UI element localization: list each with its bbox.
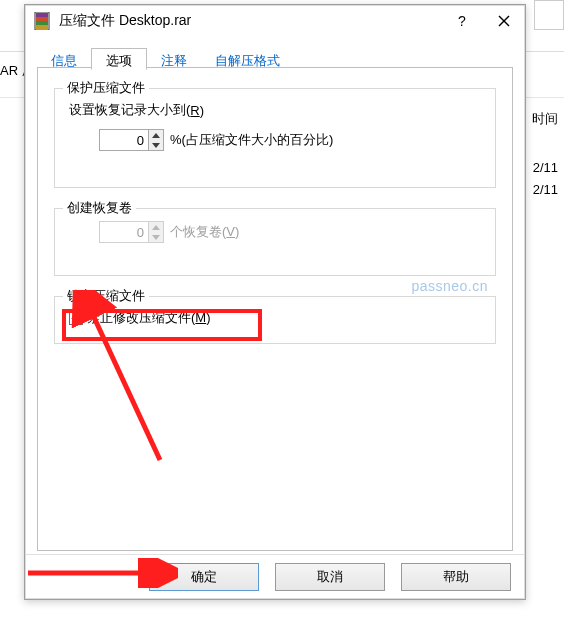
group-lock-legend: 锁定压缩文件 (63, 287, 149, 305)
volumes-unit-prefix: 个恢复卷( (170, 224, 226, 239)
dialog-title: 压缩文件 Desktop.rar (59, 12, 441, 30)
lock-label-prefix: 禁止修改压缩文件( (87, 310, 195, 325)
svg-rect-0 (36, 13, 48, 17)
recovery-size-input[interactable] (100, 130, 148, 150)
tab-options[interactable]: 选项 (91, 48, 147, 70)
bg-date-2: 2/11 (533, 182, 558, 197)
help-button-footer[interactable]: 帮助 (401, 563, 511, 591)
tabpage-options: 保护压缩文件 设置恢复记录大小到(R) (37, 67, 513, 551)
svg-rect-2 (36, 21, 48, 25)
spin-up-button[interactable] (149, 130, 163, 140)
group-protect-legend: 保护压缩文件 (63, 79, 149, 97)
recovery-size-label-prefix: 设置恢复记录大小到( (69, 101, 190, 119)
close-icon (498, 15, 510, 27)
volumes-input (100, 222, 148, 242)
volumes-accel: V (226, 224, 235, 239)
recovery-size-spinner[interactable] (99, 129, 164, 151)
spin-down-button[interactable] (149, 140, 163, 150)
chevron-down-icon (152, 143, 160, 148)
bg-date-1: 2/11 (533, 160, 558, 175)
volumes-spinner (99, 221, 164, 243)
bg-toolbar-fragment (534, 0, 564, 30)
watermark: passneo.cn (411, 278, 488, 294)
chevron-down-icon (152, 235, 160, 240)
spin-down-button (149, 232, 163, 242)
group-protect: 保护压缩文件 设置恢复记录大小到(R) (54, 88, 496, 188)
recovery-size-unit: %(占压缩文件大小的百分比) (170, 131, 333, 149)
group-volumes: 创建恢复卷 个恢复卷(V) (54, 208, 496, 276)
recovery-size-suffix: ) (200, 103, 204, 118)
close-button[interactable] (483, 6, 525, 36)
spin-up-button (149, 222, 163, 232)
lock-checkbox-wrap[interactable]: 禁止修改压缩文件(M) (69, 309, 211, 327)
chevron-up-icon (152, 133, 160, 138)
svg-line-5 (499, 16, 509, 26)
help-button[interactable]: ? (441, 6, 483, 36)
group-volumes-legend: 创建恢复卷 (63, 199, 136, 217)
cancel-button[interactable]: 取消 (275, 563, 385, 591)
volumes-unit-suffix: ) (235, 224, 239, 239)
ok-button[interactable]: 确定 (149, 563, 259, 591)
check-icon (71, 313, 81, 323)
svg-rect-1 (36, 17, 48, 21)
svg-line-6 (499, 16, 509, 26)
svg-rect-3 (36, 25, 48, 29)
help-symbol: ? (458, 13, 466, 29)
lock-checkbox[interactable] (69, 311, 83, 325)
bg-right-col: 时间 (532, 110, 558, 128)
group-lock: 锁定压缩文件 禁止修改压缩文件(M) (54, 296, 496, 344)
dialog-footer: 确定 取消 帮助 (25, 554, 525, 599)
lock-accel: M (195, 310, 206, 325)
lock-label-suffix: ) (206, 310, 210, 325)
archive-properties-dialog: 压缩文件 Desktop.rar ? 信息 选项 注释 自解压格式 保护压缩文件 (24, 4, 526, 600)
recovery-size-accel: R (190, 103, 199, 118)
winrar-icon (33, 12, 51, 30)
chevron-up-icon (152, 225, 160, 230)
titlebar: 压缩文件 Desktop.rar ? (25, 5, 525, 37)
